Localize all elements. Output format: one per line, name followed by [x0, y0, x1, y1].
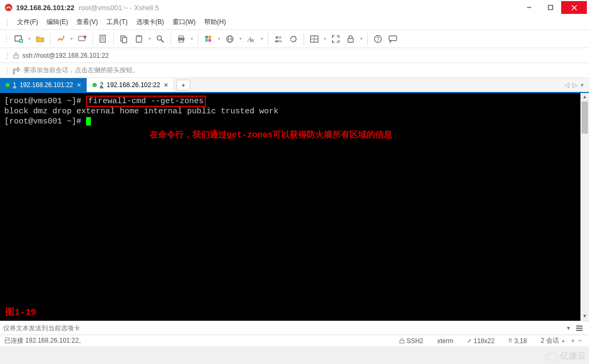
figure-label: 图1-19	[5, 307, 36, 317]
chevron-down-icon[interactable]: ▾	[189, 36, 195, 41]
globe-icon[interactable]	[223, 32, 237, 46]
svg-rect-40	[348, 38, 353, 42]
find-icon[interactable]	[153, 32, 167, 46]
svg-rect-18	[122, 37, 127, 43]
scroll-up-icon[interactable]: ▲	[580, 93, 589, 102]
title-bar: 192.168.26.101:22 root@vms001:~ - Xshell…	[0, 0, 589, 15]
terminal[interactable]: [root@vms001 ~]# firewall-cmd --get-zone…	[0, 93, 589, 321]
address-url[interactable]: ssh://root@192.168.26.101:22	[22, 52, 109, 59]
chevron-down-icon[interactable]: ▾	[27, 36, 32, 41]
chat-icon[interactable]	[386, 32, 400, 46]
tab-next-icon[interactable]: ▷	[572, 81, 577, 89]
svg-rect-43	[389, 36, 397, 41]
window-title-main: 192.168.26.101:22	[16, 4, 74, 12]
menu-help[interactable]: 帮助(H)	[200, 16, 230, 29]
disconnect-icon[interactable]	[75, 32, 89, 46]
maximize-button[interactable]	[540, 1, 561, 14]
app-icon	[4, 3, 13, 12]
svg-point-9	[63, 35, 65, 37]
tab-bar: 1 192.168.26.101:22 ✕ 2 192.168.26.102:2…	[0, 78, 589, 93]
status-dot-icon	[5, 83, 10, 87]
svg-text:a: a	[251, 37, 254, 43]
address-bar: ⋮ ssh://root@192.168.26.101:22	[0, 48, 589, 63]
svg-rect-25	[179, 40, 183, 42]
session-tab-2[interactable]: 2 192.168.26.102:22 ✕	[87, 78, 174, 92]
layout-icon[interactable]	[307, 32, 321, 46]
grip-icon: ⋮	[4, 52, 10, 59]
svg-rect-20	[137, 35, 141, 37]
chevron-down-icon[interactable]: ▼	[564, 326, 573, 331]
menu-window[interactable]: 窗口(W)	[168, 16, 200, 29]
chevron-down-icon[interactable]: ▾	[322, 36, 328, 41]
svg-rect-2	[548, 5, 553, 10]
refresh-icon[interactable]	[286, 32, 300, 46]
send-mode-icon[interactable]	[573, 324, 586, 332]
window-title-sub: root@vms001:~ - Xshell 5	[79, 4, 159, 12]
chevron-down-icon[interactable]: ▾	[259, 36, 265, 41]
status-connection: 已连接 192.168.26.101:22。	[4, 336, 85, 345]
paste-icon[interactable]	[132, 32, 146, 46]
terminal-output: block dmz drop external home internal pu…	[4, 106, 585, 117]
copy-icon[interactable]	[117, 32, 131, 46]
toolbar: ⋮ ▾ ▾ ▾ ▾ ▾ ▾ Aa ▾ ▾ ▾ ?	[0, 30, 589, 48]
tab-number: 2	[100, 81, 104, 89]
tab-number: 1	[13, 81, 17, 89]
compose-bar: ▼	[0, 321, 589, 335]
chevron-down-icon[interactable]: ▾	[69, 36, 74, 41]
connect-icon[interactable]	[54, 32, 68, 46]
svg-point-0	[5, 4, 12, 11]
tab-label: 192.168.26.101:22	[20, 81, 73, 89]
session-tab-1[interactable]: 1 192.168.26.101:22 ✕	[0, 78, 87, 92]
open-session-icon[interactable]	[33, 32, 47, 46]
watermark: 亿速云	[545, 351, 586, 362]
add-tab-button[interactable]: ＋	[176, 80, 190, 90]
chevron-down-icon[interactable]: ▾	[359, 36, 364, 41]
svg-line-22	[161, 40, 164, 42]
scroll-thumb[interactable]	[582, 102, 588, 134]
compose-input[interactable]	[3, 324, 564, 332]
arrow-icon[interactable]	[13, 67, 20, 74]
color-icon[interactable]	[201, 32, 215, 46]
scroll-down-icon[interactable]: ▼	[580, 312, 589, 321]
menu-view[interactable]: 查看(V)	[72, 16, 102, 29]
menu-tabs[interactable]: 选项卡(B)	[132, 16, 168, 29]
tab-label: 192.168.26.102:22	[106, 81, 160, 89]
lock-icon	[399, 338, 405, 344]
users-icon[interactable]	[272, 32, 285, 46]
tab-prev-icon[interactable]: ◁	[564, 81, 569, 89]
fullscreen-icon[interactable]	[329, 32, 343, 46]
menu-file[interactable]: 文件(F)	[13, 16, 42, 29]
tab-list-icon[interactable]: ▾	[580, 81, 584, 89]
svg-text:?: ?	[376, 36, 379, 42]
tab-nav: ◁ ▷ ▾	[559, 78, 589, 92]
annotation-text: 在命令行，我们通过get-zones可以获得防火墙所有区域的信息	[150, 130, 392, 141]
minimize-button[interactable]	[518, 1, 540, 14]
new-session-icon[interactable]	[12, 32, 26, 46]
menu-tools[interactable]: 工具(T)	[102, 16, 131, 29]
chevron-down-icon[interactable]: ▾	[147, 36, 152, 41]
menu-edit[interactable]: 编辑(E)	[42, 16, 72, 29]
cursor-icon	[86, 117, 91, 126]
svg-rect-29	[208, 39, 211, 42]
highlighted-command: firewall-cmd --get-zones	[86, 96, 206, 107]
status-bar: 已连接 192.168.26.101:22。 SSH2 xterm ⤢118x2…	[0, 335, 589, 346]
svg-point-35	[276, 36, 278, 38]
chevron-down-icon[interactable]: ▾	[238, 36, 243, 41]
chevron-down-icon[interactable]: ▾	[216, 36, 222, 41]
status-protocol: SSH2	[396, 337, 427, 345]
properties-icon[interactable]	[96, 32, 110, 46]
lock-icon[interactable]	[344, 32, 358, 46]
status-termtype: xterm	[434, 337, 456, 345]
close-button[interactable]	[561, 1, 587, 14]
tab-close-icon[interactable]: ✕	[76, 82, 81, 89]
help-icon[interactable]: ?	[371, 32, 385, 46]
lock-small-icon	[13, 52, 19, 59]
font-icon[interactable]: Aa	[244, 32, 258, 46]
tab-close-icon[interactable]: ✕	[164, 82, 168, 89]
terminal-line: [root@vms001 ~]#	[4, 117, 585, 127]
svg-rect-10	[79, 36, 85, 41]
svg-rect-27	[208, 36, 211, 38]
print-icon[interactable]	[174, 32, 188, 46]
scrollbar[interactable]: ▲ ▼	[580, 93, 589, 321]
status-sessions[interactable]: 2 会话 ▲＋ −	[538, 336, 585, 345]
